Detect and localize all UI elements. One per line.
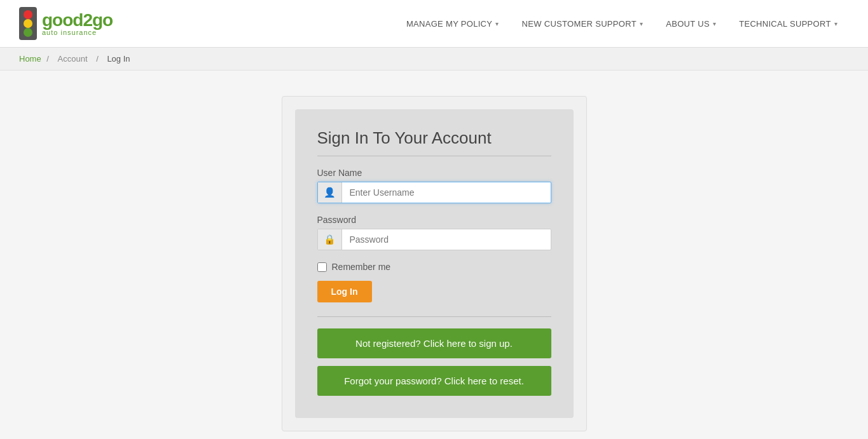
- header: good2go auto insurance MANAGE MY POLICY …: [0, 0, 868, 48]
- breadcrumb-account: Account: [58, 54, 88, 64]
- username-label: User Name: [317, 168, 551, 178]
- password-group: Password 🔒: [317, 215, 551, 250]
- nav-manage-policy[interactable]: MANAGE MY POLICY ▾: [395, 0, 511, 48]
- remember-me-checkbox[interactable]: [317, 262, 327, 272]
- main-content: Sign In To Your Account User Name 👤 Pass…: [0, 71, 868, 439]
- divider: [317, 316, 551, 317]
- breadcrumb-sep2: /: [96, 54, 100, 64]
- logo[interactable]: good2go auto insurance: [19, 7, 113, 40]
- traffic-light-icon: [19, 7, 37, 40]
- password-label: Password: [317, 215, 551, 225]
- login-button[interactable]: Log In: [317, 281, 372, 302]
- breadcrumb-sep1: /: [46, 54, 51, 64]
- nav-new-customer-support-label: NEW CUSTOMER SUPPORT: [522, 19, 637, 29]
- password-input-group: 🔒: [317, 229, 551, 250]
- breadcrumb-home[interactable]: Home: [19, 54, 41, 64]
- nav-about-us-caret: ▾: [713, 20, 716, 27]
- logo-main: good2go: [42, 11, 113, 29]
- nav-about-us[interactable]: ABOUT US ▾: [654, 0, 727, 48]
- logo-sub: auto insurance: [42, 29, 113, 36]
- password-input[interactable]: [342, 229, 551, 250]
- breadcrumb: Home / Account / Log In: [0, 48, 868, 71]
- nav-new-customer-support-caret: ▾: [640, 20, 643, 27]
- nav-manage-policy-label: MANAGE MY POLICY: [406, 19, 492, 29]
- nav-technical-support-label: TECHNICAL SUPPORT: [739, 19, 831, 29]
- yellow-light: [24, 19, 32, 28]
- login-form-card: Sign In To Your Account User Name 👤 Pass…: [295, 109, 574, 418]
- user-icon: 👤: [318, 182, 342, 203]
- forgot-password-button[interactable]: Forgot your password? Click here to rese…: [317, 366, 551, 396]
- nav-technical-support-caret: ▾: [834, 20, 837, 27]
- logo-text: good2go auto insurance: [42, 11, 113, 36]
- username-input-group: 👤: [317, 182, 551, 203]
- main-nav: MANAGE MY POLICY ▾ NEW CUSTOMER SUPPORT …: [395, 0, 849, 48]
- nav-about-us-label: ABOUT US: [666, 19, 710, 29]
- remember-me-row: Remember me: [317, 262, 551, 272]
- nav-new-customer-support[interactable]: NEW CUSTOMER SUPPORT ▾: [511, 0, 655, 48]
- remember-me-label[interactable]: Remember me: [332, 262, 391, 272]
- username-input[interactable]: [342, 182, 551, 203]
- nav-technical-support[interactable]: TECHNICAL SUPPORT ▾: [727, 0, 849, 48]
- register-button[interactable]: Not registered? Click here to sign up.: [317, 328, 551, 358]
- lock-icon: 🔒: [318, 229, 342, 250]
- nav-manage-policy-caret: ▾: [495, 20, 499, 27]
- username-group: User Name 👤: [317, 168, 551, 203]
- outer-card: Sign In To Your Account User Name 👤 Pass…: [282, 96, 587, 431]
- breadcrumb-current: Log In: [107, 54, 130, 64]
- form-title: Sign In To Your Account: [317, 128, 551, 156]
- green-light: [24, 28, 32, 37]
- red-light: [24, 10, 32, 19]
